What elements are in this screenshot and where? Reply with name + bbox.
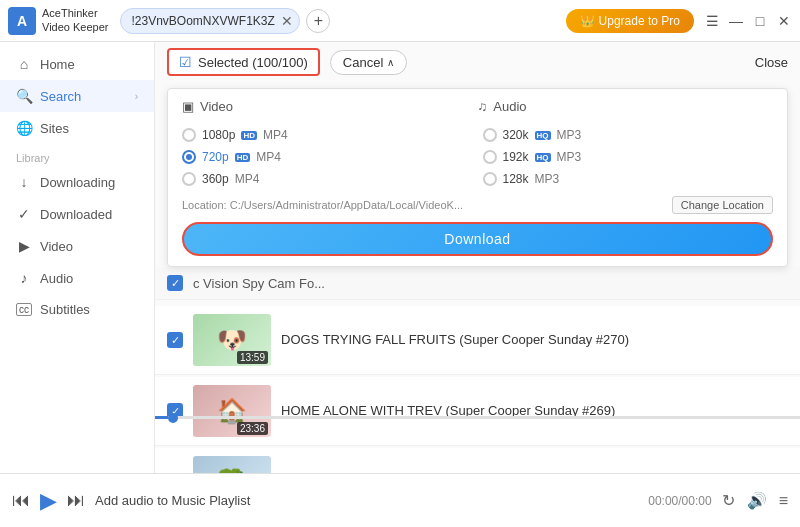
video-title: DOGS TRYING FALL FRUITS (Super Cooper Su… (281, 331, 788, 349)
main-layout: ⌂ Home 🔍 Search › 🌐 Sites Library ↓ Down… (0, 42, 800, 473)
download-button[interactable]: Download (182, 222, 773, 256)
player-bar: ⏮ ▶ ⏭ Add audio to Music Playlist 00:00/… (0, 473, 800, 527)
volume-icon[interactable]: 🔊 (747, 491, 767, 510)
active-tab[interactable]: !23VnvBOomNXVWF1K3Z ✕ (120, 8, 300, 34)
sidebar-item-label: Search (40, 89, 81, 104)
player-time: 00:00/00:00 (648, 494, 711, 508)
selected-count-label: Selected (100/100) (198, 55, 308, 70)
search-icon: 🔍 (16, 88, 32, 104)
window-controls: ☰ — □ ✕ (704, 13, 792, 29)
content-area: ☑ Selected (100/100) Cancel ∧ Close ▣ Vi… (155, 42, 800, 473)
subtitles-icon: cc (16, 303, 32, 316)
next-button[interactable]: ⏭ (67, 490, 85, 511)
checkbox-checked-icon: ✓ (167, 332, 183, 348)
tab-close-icon[interactable]: ✕ (281, 13, 293, 29)
sidebar-item-subtitles[interactable]: cc Subtitles (0, 294, 154, 325)
video-checkbox[interactable]: ✓ (167, 332, 183, 348)
tab-label: !23VnvBOomNXVWF1K3Z (131, 14, 274, 28)
progress-bar[interactable] (155, 416, 800, 419)
list-item: ✓ 🐶 13:59 DOGS TRYING FALL FRUITS (Super… (155, 306, 800, 375)
music-icon: ♫ (478, 99, 488, 114)
close-button[interactable]: ✕ (776, 13, 792, 29)
partial-title: c Vision Spy Cam Fo... (193, 276, 788, 291)
audio-icon: ♪ (16, 270, 32, 286)
sites-icon: 🌐 (16, 120, 32, 136)
radio-128k (483, 172, 497, 186)
progress-dot (168, 413, 178, 423)
library-section-label: Library (0, 144, 154, 166)
radio-360p (182, 172, 196, 186)
player-track-title: Add audio to Music Playlist (95, 493, 638, 508)
quality-grid: 1080p HD MP4 320k HQ MP3 720p HD MP4 (182, 126, 773, 188)
prev-button[interactable]: ⏮ (12, 490, 30, 511)
download-icon: ↓ (16, 174, 32, 190)
chevron-up-icon: ∧ (387, 57, 394, 68)
location-path: Location: C:/Users/Administrator/AppData… (182, 199, 463, 211)
radio-192k (483, 150, 497, 164)
sidebar-item-search[interactable]: 🔍 Search › (0, 80, 154, 112)
audio-option-128k[interactable]: 128k MP3 (483, 170, 774, 188)
menu-icon[interactable]: ☰ (704, 13, 720, 29)
video-thumbnail: 🏠 23:36 (193, 385, 271, 437)
video-thumbnail: 🥦 15:27 (193, 456, 271, 473)
video-checkbox[interactable]: ✓ (167, 275, 183, 291)
video-option-360p[interactable]: 360p MP4 (182, 170, 473, 188)
crown-icon: 👑 (580, 14, 595, 28)
video-icon: ▣ (182, 99, 194, 114)
app-logo-icon: A (8, 7, 36, 35)
playlist-icon[interactable]: ≡ (779, 492, 788, 510)
video-option-720p[interactable]: 720p HD MP4 (182, 148, 473, 166)
sidebar-item-home[interactable]: ⌂ Home (0, 48, 154, 80)
minimize-button[interactable]: — (728, 13, 744, 29)
app-name: AceThinker Video Keeper (42, 7, 108, 33)
play-button[interactable]: ▶ (40, 488, 57, 514)
location-bar: Location: C:/Users/Administrator/AppData… (182, 196, 773, 214)
video-option-1080p[interactable]: 1080p HD MP4 (182, 126, 473, 144)
audio-option-192k[interactable]: 192k HQ MP3 (483, 148, 774, 166)
sidebar-item-downloading[interactable]: ↓ Downloading (0, 166, 154, 198)
radio-720p (182, 150, 196, 164)
repeat-icon[interactable]: ↻ (722, 491, 735, 510)
sidebar-item-label: Home (40, 57, 75, 72)
video-thumbnail: 🐶 13:59 (193, 314, 271, 366)
checkbox-selected-icon: ☑ (179, 54, 192, 70)
sidebar-item-audio[interactable]: ♪ Audio (0, 262, 154, 294)
selected-badge: ☑ Selected (100/100) (167, 48, 320, 76)
sidebar-item-label: Audio (40, 271, 73, 286)
audio-option-320k[interactable]: 320k HQ MP3 (483, 126, 774, 144)
sidebar-item-label: Subtitles (40, 302, 90, 317)
list-item: ✓ 🥦 15:27 Dogs try Fall Vegetables (155, 448, 800, 473)
sidebar: ⌂ Home 🔍 Search › 🌐 Sites Library ↓ Down… (0, 42, 155, 473)
format-dropdown-panel: ▣ Video ♫ Audio 1080p HD MP4 (167, 88, 788, 267)
sidebar-item-label: Video (40, 239, 73, 254)
tab-bar: !23VnvBOomNXVWF1K3Z ✕ + (120, 8, 565, 34)
progress-fill (155, 416, 168, 419)
sidebar-item-label: Sites (40, 121, 69, 136)
maximize-button[interactable]: □ (752, 13, 768, 29)
video-duration: 13:59 (237, 351, 268, 364)
video-section-label: ▣ Video (182, 99, 478, 114)
list-item: ✓ c Vision Spy Cam Fo... (155, 267, 800, 300)
sidebar-item-label: Downloaded (40, 207, 112, 222)
change-location-button[interactable]: Change Location (672, 196, 773, 214)
audio-section-label: ♫ Audio (478, 99, 774, 114)
player-icons: ↻ 🔊 ≡ (722, 491, 788, 510)
close-panel-button[interactable]: Close (755, 55, 788, 70)
app-logo: A AceThinker Video Keeper (8, 7, 108, 35)
video-info: DOGS TRYING FALL FRUITS (Super Cooper Su… (281, 331, 788, 349)
checkbox-checked-icon: ✓ (167, 275, 183, 291)
radio-320k (483, 128, 497, 142)
cancel-button[interactable]: Cancel ∧ (330, 50, 407, 75)
video-icon: ▶ (16, 238, 32, 254)
upgrade-button[interactable]: 👑 Upgrade to Pro (566, 9, 694, 33)
new-tab-button[interactable]: + (306, 9, 330, 33)
sidebar-item-video[interactable]: ▶ Video (0, 230, 154, 262)
title-bar: A AceThinker Video Keeper !23VnvBOomNXVW… (0, 0, 800, 42)
chevron-right-icon: › (135, 91, 138, 102)
sidebar-item-downloaded[interactable]: ✓ Downloaded (0, 198, 154, 230)
video-list: ✓ 🐶 13:59 DOGS TRYING FALL FRUITS (Super… (155, 302, 800, 473)
sidebar-item-sites[interactable]: 🌐 Sites (0, 112, 154, 144)
video-duration: 23:36 (237, 422, 268, 435)
sidebar-item-label: Downloading (40, 175, 115, 190)
home-icon: ⌂ (16, 56, 32, 72)
